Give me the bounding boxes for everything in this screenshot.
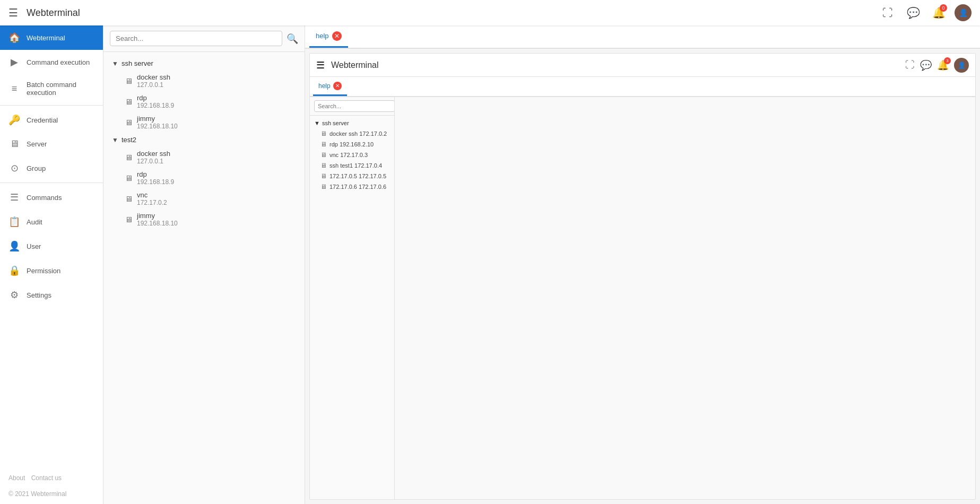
inner-chat-icon: 💬 [920,60,932,71]
tab-help[interactable]: help ✕ [309,25,348,48]
sidebar-label-group: Group [27,164,46,172]
command-execution-icon: ▶ [8,56,20,68]
terminal-icon-4: 🖥 [125,153,133,162]
sidebar-item-commands[interactable]: ☰ Commands [0,185,103,210]
sidebar-item-user[interactable]: 👤 User [0,234,103,258]
about-link[interactable]: About [8,474,25,482]
group-label-ssh: ssh server [122,59,153,67]
sidebar-label-command-execution: Command execution [27,58,90,66]
inner-server-tree: ▼ ssh server 🖥 docker ssh 172.17.0.2 🖥 r… [310,116,394,499]
copyright: © 2021 Webterminal [0,488,103,504]
inner-collapse-arrow: ▼ [314,120,320,126]
inner-server-item-6[interactable]: 🖥 172.17.0.6 172.17.0.6 [310,181,394,192]
inner-avatar-icon: 👤 [958,62,966,69]
contact-link[interactable]: Contact us [31,474,62,482]
inner-group-ssh-server[interactable]: ▼ ssh server [310,118,394,128]
inner-notifications-btn[interactable]: 🔔 3 [937,59,949,71]
inner-server-item-4[interactable]: 🖥 ssh test1 172.17.0.4 [310,160,394,171]
server-item-jimmy-2[interactable]: 🖥 jimmy 192.168.18.10 [103,209,305,230]
inner-chat-btn[interactable]: 💬 [920,59,932,71]
server-item-jimmy-1[interactable]: 🖥 jimmy 192.168.18.10 [103,112,305,133]
inner-tab-help[interactable]: help ✕ [313,77,347,96]
credential-icon: 🔑 [8,114,20,126]
group-icon: ⊙ [8,162,20,174]
sidebar-item-permission[interactable]: 🔒 Permission [0,258,103,283]
app-title: Webterminal [27,7,878,19]
menu-icon[interactable]: ☰ [8,6,18,19]
inner-avatar[interactable]: 👤 [954,58,969,73]
inner-app-title: Webterminal [331,60,899,70]
inner-server-item-2[interactable]: 🖥 rdp 192.168.2.10 [310,139,394,150]
server-item-vnc-1[interactable]: 🖥 vnc 172.17.0.2 [103,188,305,209]
inner-search-bar: 🔍 [310,97,394,116]
sidebar-item-audit[interactable]: 📋 Audit [0,210,103,234]
server-item-rdp-2[interactable]: 🖥 rdp 192.168.18.9 [103,168,305,188]
notifications-button[interactable]: 🔔 0 [929,3,948,22]
chat-icon: 💬 [907,6,920,19]
fullscreen-button[interactable]: ⛶ [878,3,897,22]
server-panel: 🔍 ▼ ssh server 🖥 docker ssh 127.0.0.1 🖥 … [103,25,305,504]
batch-command-icon: ≡ [8,83,20,94]
inner-fullscreen-btn[interactable]: ⛶ [905,59,915,71]
collapse-arrow-ssh: ▼ [112,60,118,67]
server-item-rdp-1[interactable]: 🖥 rdp 192.168.18.9 [103,91,305,112]
topbar: ☰ Webterminal ⛶ 💬 🔔 0 👤 [0,0,980,25]
server-search-bar: 🔍 [103,25,305,52]
inner-server-icon-3: 🖥 [320,151,327,159]
server-search-button[interactable]: 🔍 [287,33,298,45]
content-area: help ✕ ☰ Webterminal ⛶ 💬 🔔 [305,25,980,504]
tabs-bar: help ✕ [305,25,980,49]
sidebar-item-command-execution[interactable]: ▶ Command execution [0,50,103,74]
server-item-docker-ssh-2[interactable]: 🖥 docker ssh 127.0.0.1 [103,147,305,168]
server-group-ssh-server[interactable]: ▼ ssh server [103,56,305,71]
server-search-input[interactable] [110,31,282,46]
inner-topbar-actions: ⛶ 💬 🔔 3 👤 [905,58,969,73]
inner-server-item-1[interactable]: 🖥 docker ssh 172.17.0.2 [310,128,394,139]
terminal-icon-1: 🖥 [125,76,133,85]
inner-content-main [395,97,975,499]
inner-menu-icon[interactable]: ☰ [316,59,325,71]
audit-icon: 📋 [8,216,20,228]
inner-server-icon-6: 🖥 [320,183,327,190]
sidebar-nav: 🏠 Webterminal ▶ Command execution ≡ Batc… [0,25,103,504]
server-group-test2[interactable]: ▼ test2 [103,133,305,147]
chat-button[interactable]: 💬 [904,3,923,22]
fullscreen-icon: ⛶ [882,7,893,19]
settings-icon: ⚙ [8,289,20,301]
inner-server-label-6: 172.17.0.6 172.17.0.6 [329,184,386,190]
inner-tab-help-label: help [318,82,331,90]
sidebar-item-batch-command-execution[interactable]: ≡ Batch command execution [0,74,103,103]
main-layout: 🏠 Webterminal ▶ Command execution ≡ Batc… [0,25,980,504]
tab-help-label: help [316,32,329,40]
server-item-docker-ssh-1[interactable]: 🖥 docker ssh 127.0.0.1 [103,71,305,91]
user-icon: 👤 [8,240,20,252]
inner-server-item-3[interactable]: 🖥 vnc 172.17.0.3 [310,150,394,160]
inner-server-label-5: 172.17.0.5 172.17.0.5 [329,173,386,179]
avatar[interactable]: 👤 [955,4,972,21]
inner-server-panel: 🔍 ▼ ssh server 🖥 docker ssh 172.17.0.2 [310,97,395,499]
sidebar-item-settings[interactable]: ⚙ Settings [0,283,103,307]
inner-search-input[interactable] [314,100,395,112]
sidebar-item-credential[interactable]: 🔑 Credential [0,108,103,132]
terminal-icon-6: 🖥 [125,194,133,203]
inner-group-label-ssh: ssh server [322,120,349,126]
divider-2 [0,183,103,183]
server-tree: ▼ ssh server 🖥 docker ssh 127.0.0.1 🖥 rd… [103,52,305,504]
inner-server-item-5[interactable]: 🖥 172.17.0.5 172.17.0.5 [310,171,394,181]
sidebar-label-settings: Settings [27,291,51,299]
sidebar-home[interactable]: 🏠 Webterminal [0,25,103,50]
sidebar-footer: About Contact us [0,468,103,488]
search-icon: 🔍 [287,33,298,45]
collapse-arrow-test2: ▼ [112,136,118,144]
terminal-icon-7: 🖥 [125,215,133,224]
inner-server-label-2: rdp 192.168.2.10 [329,141,374,147]
sidebar-item-server[interactable]: 🖥 Server [0,132,103,156]
inner-notifications-badge: 3 [944,57,951,64]
sidebar-item-group[interactable]: ⊙ Group [0,156,103,180]
terminal-icon-5: 🖥 [125,173,133,183]
tab-help-close[interactable]: ✕ [332,31,342,41]
inner-tab-help-close[interactable]: ✕ [333,82,342,90]
inner-server-icon-1: 🖥 [320,130,327,137]
sidebar-home-label: Webterminal [27,34,65,42]
divider-1 [0,105,103,106]
